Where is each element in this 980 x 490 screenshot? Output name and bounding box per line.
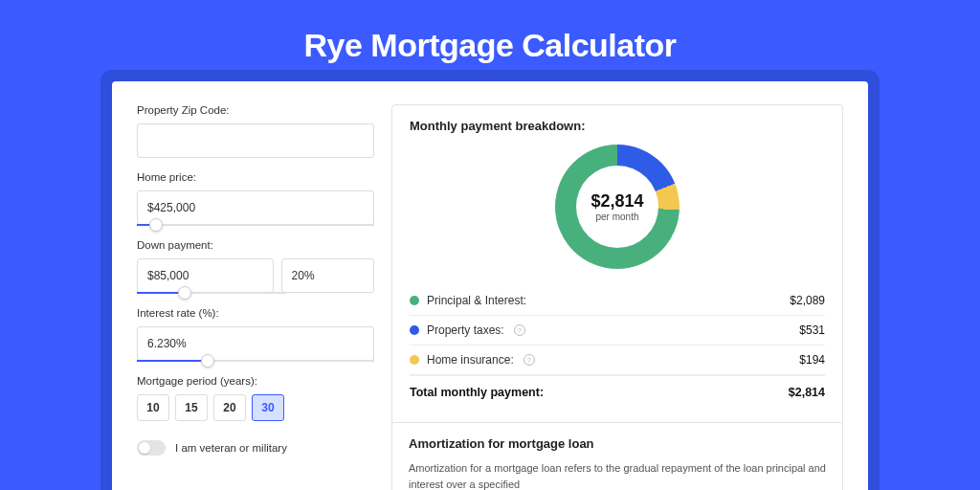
donut-chart: $2,814 per month — [555, 145, 679, 269]
info-icon[interactable]: ? — [523, 354, 535, 366]
legend-principal: Principal & Interest: $2,089 — [410, 286, 825, 316]
page-title: Rye Mortgage Calculator — [0, 0, 980, 81]
amortization-title: Amortization for mortgage loan — [409, 436, 826, 451]
dot-icon — [410, 296, 419, 305]
slider-thumb[interactable] — [178, 286, 191, 300]
period-option-10[interactable]: 10 — [137, 394, 169, 421]
donut-total: $2,814 — [590, 191, 643, 212]
dot-icon — [410, 325, 419, 335]
legend-label: Home insurance: — [427, 353, 514, 367]
period-option-30[interactable]: 30 — [252, 394, 284, 421]
breakdown-panel: Monthly payment breakdown: $2,814 per mo… — [391, 104, 843, 490]
down-payment-amount-input[interactable] — [137, 258, 274, 293]
total-value: $2,814 — [789, 386, 825, 399]
total-label: Total monthly payment: — [410, 386, 544, 399]
interest-label: Interest rate (%): — [137, 307, 374, 319]
period-label: Mortgage period (years): — [137, 375, 374, 387]
down-payment-pct-input[interactable] — [281, 258, 374, 293]
home-price-input[interactable] — [137, 190, 374, 225]
home-price-slider[interactable] — [137, 224, 374, 226]
zip-label: Property Zip Code: — [137, 104, 374, 116]
legend-label: Property taxes: — [427, 323, 504, 337]
zip-input[interactable] — [137, 123, 374, 158]
legend-taxes: Property taxes: ? $531 — [410, 316, 825, 345]
donut-sub: per month — [595, 212, 638, 222]
legend-insurance: Home insurance: ? $194 — [410, 345, 825, 375]
legend-value: $194 — [799, 353, 825, 367]
amortization-section: Amortization for mortgage loan Amortizat… — [391, 422, 843, 490]
breakdown-title: Monthly payment breakdown: — [410, 119, 825, 133]
slider-thumb[interactable] — [149, 218, 163, 232]
home-price-label: Home price: — [137, 171, 374, 183]
form-column: Property Zip Code: Home price: Down paym… — [137, 104, 374, 490]
veteran-label: I am veteran or military — [175, 442, 287, 454]
legend-value: $2,089 — [790, 294, 825, 307]
legend-value: $531 — [799, 323, 825, 337]
info-icon[interactable]: ? — [514, 324, 525, 336]
total-row: Total monthly payment: $2,814 — [410, 375, 825, 409]
down-payment-label: Down payment: — [137, 239, 374, 251]
down-payment-slider[interactable] — [137, 292, 286, 294]
calculator-card: Property Zip Code: Home price: Down paym… — [112, 81, 868, 490]
slider-thumb[interactable] — [201, 354, 214, 368]
interest-slider[interactable] — [137, 360, 374, 362]
period-option-15[interactable]: 15 — [175, 394, 208, 421]
dot-icon — [410, 355, 419, 365]
interest-input[interactable] — [137, 326, 374, 361]
period-options: 10 15 20 30 — [137, 394, 374, 421]
legend-label: Principal & Interest: — [427, 294, 526, 307]
period-option-20[interactable]: 20 — [213, 394, 246, 421]
veteran-toggle[interactable] — [137, 440, 166, 456]
amortization-text: Amortization for a mortgage loan refers … — [409, 460, 826, 490]
